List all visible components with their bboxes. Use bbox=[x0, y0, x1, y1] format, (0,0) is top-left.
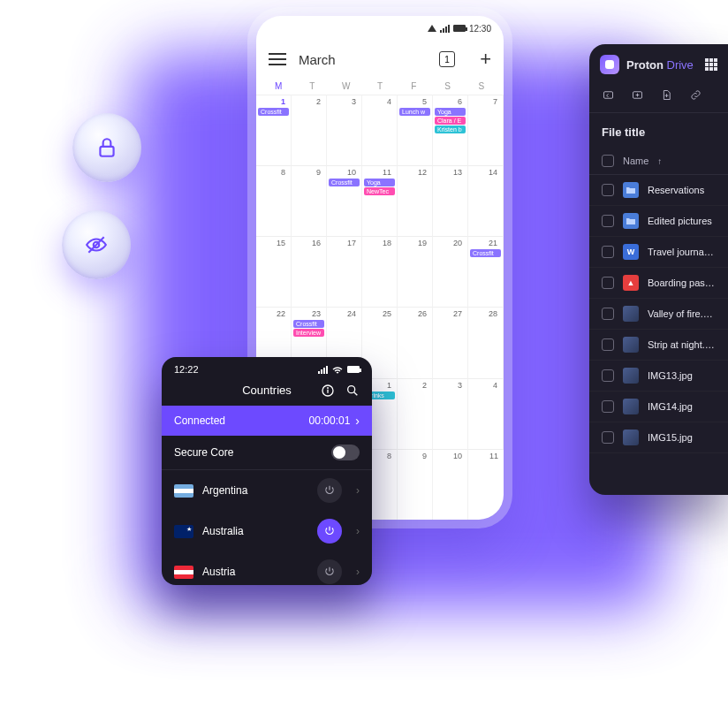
calendar-cell[interactable]: 18 bbox=[362, 236, 398, 307]
date-number: 6 bbox=[435, 97, 466, 108]
calendar-cell[interactable]: 11YogaNewTec bbox=[362, 165, 398, 236]
file-checkbox[interactable] bbox=[602, 431, 614, 444]
date-number: 16 bbox=[293, 239, 324, 249]
calendar-cell[interactable]: 7 bbox=[468, 95, 504, 165]
calendar-cell[interactable]: 8 bbox=[256, 165, 292, 236]
new-folder-icon[interactable] bbox=[631, 88, 644, 102]
event-chip[interactable]: Crossfit bbox=[329, 179, 360, 186]
file-row[interactable]: Strip at night.jpg bbox=[589, 330, 728, 361]
proton-drive-app: Proton Drive File title Name ↑ Reservati… bbox=[589, 44, 728, 495]
date-number: 2 bbox=[399, 381, 430, 392]
event-chip[interactable]: Interview bbox=[293, 329, 324, 337]
calendar-cell[interactable]: 15 bbox=[256, 236, 292, 307]
calendar-cell[interactable]: 28 bbox=[468, 307, 504, 377]
calendar-cell[interactable]: 4 bbox=[468, 378, 504, 449]
vpn-connected-banner[interactable]: Connected 00:00:01 › bbox=[162, 406, 372, 436]
menu-icon[interactable] bbox=[269, 53, 286, 65]
wifi-icon bbox=[332, 366, 343, 374]
file-row[interactable]: IMG14.jpg bbox=[589, 392, 728, 422]
calendar-cell[interactable]: 27 bbox=[433, 307, 468, 377]
calendar-cell[interactable]: 16 bbox=[292, 236, 327, 307]
calendar-cell[interactable]: 6YogaClara / EKristen b bbox=[433, 95, 468, 165]
calendar-cell[interactable]: 21Crossfit bbox=[468, 236, 504, 307]
event-chip[interactable]: Yoga bbox=[364, 179, 395, 186]
calendar-header: March 1 + bbox=[256, 41, 504, 81]
select-all-checkbox[interactable] bbox=[602, 155, 614, 167]
calendar-cell[interactable]: 17 bbox=[327, 236, 362, 307]
day-label: F bbox=[397, 81, 430, 91]
brand-text: Proton Drive bbox=[626, 58, 694, 72]
folder-icon bbox=[623, 182, 639, 198]
file-row[interactable]: ▲Boarding pass.pdf bbox=[589, 268, 728, 299]
calendar-cell[interactable]: 2 bbox=[398, 378, 433, 449]
lock-bubble bbox=[72, 113, 141, 182]
calendar-cell[interactable]: 19 bbox=[398, 236, 433, 307]
event-chip[interactable]: Crossfit bbox=[293, 320, 324, 328]
upload-file-icon[interactable] bbox=[660, 88, 673, 102]
event-chip[interactable]: NewTec bbox=[364, 187, 395, 195]
file-checkbox[interactable] bbox=[602, 308, 614, 320]
vpn-country-row[interactable]: Austria › bbox=[162, 551, 372, 585]
vpn-country-row[interactable]: Argentina › bbox=[162, 470, 372, 511]
calendar-cell[interactable]: 5Lunch w bbox=[398, 95, 433, 165]
file-checkbox[interactable] bbox=[602, 246, 614, 258]
country-name: Austria bbox=[202, 566, 308, 578]
file-checkbox[interactable] bbox=[602, 277, 614, 289]
event-chip[interactable]: Kristen b bbox=[435, 125, 466, 133]
event-chip[interactable]: Crossfit bbox=[470, 249, 501, 257]
file-row[interactable]: WTravel journal.docx bbox=[589, 237, 728, 268]
image-thumb-icon bbox=[623, 337, 639, 353]
vpn-country-row[interactable]: Australia › bbox=[162, 511, 372, 551]
event-chip[interactable]: Clara / E bbox=[435, 117, 466, 125]
add-event-button[interactable]: + bbox=[480, 48, 491, 71]
calendar-cell[interactable]: 13 bbox=[433, 165, 468, 236]
file-checkbox[interactable] bbox=[602, 369, 614, 382]
apps-grid-icon[interactable] bbox=[705, 58, 717, 71]
power-button[interactable] bbox=[317, 559, 342, 584]
event-chip[interactable]: Crossfit bbox=[258, 108, 289, 116]
calendar-cell[interactable]: 3 bbox=[433, 378, 468, 449]
date-number: 27 bbox=[435, 309, 466, 320]
calendar-cell[interactable]: 20 bbox=[433, 236, 468, 307]
calendar-cell[interactable]: 3 bbox=[327, 95, 362, 165]
file-row[interactable]: IMG13.jpg bbox=[589, 361, 728, 392]
file-checkbox[interactable] bbox=[602, 184, 614, 196]
calendar-cell[interactable]: 14 bbox=[468, 165, 504, 236]
date-number: 9 bbox=[399, 452, 430, 462]
today-button[interactable]: 1 bbox=[439, 51, 455, 67]
file-checkbox[interactable] bbox=[602, 338, 614, 351]
info-icon[interactable] bbox=[321, 384, 335, 398]
calendar-cell[interactable]: 2 bbox=[292, 95, 327, 165]
power-button[interactable] bbox=[317, 478, 342, 503]
svg-point-6 bbox=[348, 385, 355, 392]
file-checkbox[interactable] bbox=[602, 400, 614, 413]
file-row[interactable]: Edited pictures bbox=[589, 206, 728, 237]
back-icon[interactable] bbox=[602, 88, 615, 102]
connected-timer: 00:00:01 bbox=[309, 414, 351, 427]
file-row[interactable]: IMG15.jpg bbox=[589, 422, 728, 453]
calendar-month-title[interactable]: March bbox=[299, 52, 427, 67]
calendar-cell[interactable]: 1Crossfit bbox=[256, 95, 292, 165]
calendar-cell[interactable]: 26 bbox=[398, 307, 433, 377]
power-button[interactable] bbox=[317, 519, 342, 544]
calendar-cell[interactable]: 9 bbox=[292, 165, 327, 236]
file-row[interactable]: Valley of fire.pdf bbox=[589, 299, 728, 330]
calendar-cell[interactable]: 10Crossfit bbox=[327, 165, 362, 236]
pdf-icon: ▲ bbox=[623, 275, 639, 291]
calendar-cell[interactable]: 12 bbox=[398, 165, 433, 236]
file-row[interactable]: Reservations bbox=[589, 175, 728, 206]
file-checkbox[interactable] bbox=[602, 215, 614, 227]
lock-icon bbox=[95, 136, 118, 159]
event-chip[interactable]: Yoga bbox=[435, 108, 466, 116]
search-icon[interactable] bbox=[345, 384, 360, 398]
event-chip[interactable]: Lunch w bbox=[399, 108, 430, 116]
calendar-cell[interactable]: 4 bbox=[362, 95, 398, 165]
calendar-cell[interactable]: 10 bbox=[433, 449, 468, 520]
signal-icon bbox=[318, 366, 328, 374]
drive-column-header[interactable]: Name ↑ bbox=[589, 148, 728, 175]
calendar-cell[interactable]: 11 bbox=[468, 449, 504, 520]
secure-core-toggle[interactable] bbox=[331, 445, 360, 460]
calendar-cell[interactable]: 9 bbox=[398, 449, 433, 520]
link-icon[interactable] bbox=[689, 88, 702, 102]
date-number: 4 bbox=[364, 97, 395, 108]
